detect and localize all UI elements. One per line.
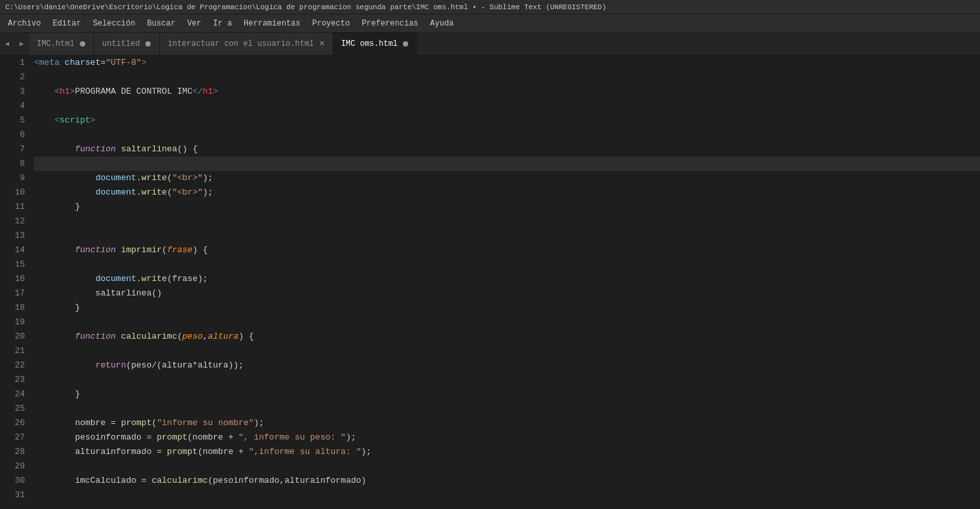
code-line-30: imcCalculado = calcularimc(pesoinformado… [34,474,980,488]
title-text: C:\Users\danie\OneDrive\Escritorio\Logic… [5,3,607,11]
ln-2: 2 [0,70,25,85]
code-line-4 [34,99,980,113]
ln-18: 18 [0,301,25,315]
line-numbers: 1 2 3 4 5 6 7 8 9 10 11 12 13 14 15 16 1… [0,56,31,509]
title-bar: C:\Users\danie\OneDrive\Escritorio\Logic… [0,0,980,14]
menu-bar: Archivo Editar Selección Buscar Ver Ir a… [0,14,980,33]
code-line-31 [34,488,980,502]
menu-archivo[interactable]: Archivo [3,17,46,30]
ln-4: 4 [0,99,25,113]
tab-untitled[interactable]: untitled [94,33,160,55]
code-line-1: <meta charset="UTF-8"> [34,56,980,70]
code-area[interactable]: <meta charset="UTF-8"> <h1>PROGRAMA DE C… [31,56,980,509]
ln-1: 1 [0,56,25,70]
ln-11: 11 [0,200,25,214]
code-line-26: nombre = prompt("informe su nombre"); [34,416,980,430]
code-line-6 [34,128,980,142]
tab-untitled-label: untitled [102,39,140,48]
ln-20: 20 [0,330,25,344]
ln-13: 13 [0,229,25,243]
code-line-29 [34,459,980,474]
tab-imc-oms-label: IMC oms.html [341,39,398,48]
code-line-3: <h1>PROGRAMA DE CONTROL IMC</h1> [34,85,980,99]
code-line-5: <script> [34,113,980,128]
tab-interactuar[interactable]: interactuar con el usuario.html × [160,33,333,55]
tab-imc-html-dot [80,41,85,47]
ln-7: 7 [0,142,25,157]
ln-29: 29 [0,459,25,474]
tab-nav-next[interactable]: ▶ [14,33,29,55]
tab-nav-prev[interactable]: ◀ [0,33,14,55]
ln-10: 10 [0,185,25,200]
code-line-13 [34,229,980,243]
ln-3: 3 [0,85,25,99]
code-line-18: } [34,301,980,315]
ln-31: 31 [0,488,25,502]
code-line-21 [34,344,980,358]
code-line-11: } [34,200,980,214]
ln-24: 24 [0,387,25,402]
tab-imc-html-label: IMC.html [37,39,75,48]
tab-imc-oms-dot [403,41,408,47]
tab-interactuar-close[interactable]: × [319,39,324,48]
menu-herramientas[interactable]: Herramientas [238,17,305,30]
code-line-22: return(peso/(altura*altura)); [34,358,980,373]
code-line-28: alturainformado = prompt(nombre + ",info… [34,445,980,459]
menu-buscar[interactable]: Buscar [141,17,180,30]
ln-28: 28 [0,445,25,459]
code-line-27: pesoinformado = prompt(nombre + ", infor… [34,430,980,445]
ln-25: 25 [0,402,25,416]
ln-19: 19 [0,315,25,330]
menu-ayuda[interactable]: Ayuda [425,17,459,30]
code-line-14: function imprimir(frase) { [34,243,980,257]
tab-imc-html[interactable]: IMC.html [29,33,94,55]
code-line-23 [34,373,980,387]
ln-27: 27 [0,430,25,445]
code-line-20: function calcularimc(peso,altura) { [34,330,980,344]
ln-16: 16 [0,272,25,286]
code-line-9: document.write("<br>"); [34,171,980,185]
ln-26: 26 [0,416,25,430]
ln-12: 12 [0,214,25,229]
code-line-19 [34,315,980,330]
code-line-17: saltarlinea() [34,286,980,301]
code-line-10: document.write("<br>"); [34,185,980,200]
code-line-8 [34,157,980,171]
menu-ira[interactable]: Ir a [208,17,237,30]
ln-22: 22 [0,358,25,373]
ln-5: 5 [0,113,25,128]
ln-14: 14 [0,243,25,257]
code-line-7: function saltarlinea() { [34,142,980,157]
code-line-12 [34,214,980,229]
ln-6: 6 [0,128,25,142]
ln-30: 30 [0,474,25,488]
code-line-25 [34,402,980,416]
menu-proyecto[interactable]: Proyecto [307,17,356,30]
ln-9: 9 [0,171,25,185]
ln-15: 15 [0,257,25,272]
ln-8: 8 [0,157,25,171]
code-line-24: } [34,387,980,402]
tab-bar: ◀ ▶ IMC.html untitled interactuar con el… [0,33,980,56]
menu-ver[interactable]: Ver [182,17,207,30]
code-line-2 [34,70,980,85]
code-line-16: document.write(frase); [34,272,980,286]
editor: 1 2 3 4 5 6 7 8 9 10 11 12 13 14 15 16 1… [0,56,980,509]
menu-editar[interactable]: Editar [47,17,86,30]
code-line-15 [34,257,980,272]
menu-preferencias[interactable]: Preferencias [356,17,423,30]
ln-21: 21 [0,344,25,358]
ln-17: 17 [0,286,25,301]
tab-interactuar-label: interactuar con el usuario.html [168,39,314,48]
menu-seleccion[interactable]: Selección [88,17,141,30]
tab-untitled-dot [145,41,151,47]
tab-imc-oms[interactable]: IMC oms.html [333,33,417,55]
ln-23: 23 [0,373,25,387]
